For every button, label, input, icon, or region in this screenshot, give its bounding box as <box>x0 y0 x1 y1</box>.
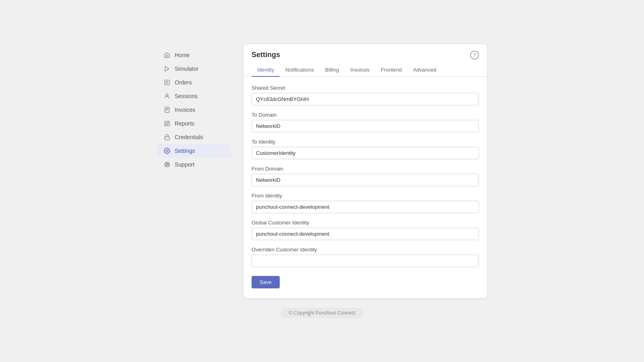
save-button[interactable]: Save <box>252 276 280 288</box>
svg-rect-11 <box>167 121 169 122</box>
label-to-domain: To Domain <box>252 112 479 118</box>
home-icon <box>163 51 171 59</box>
input-shared-secret[interactable] <box>252 93 479 105</box>
invoices-icon <box>163 106 171 113</box>
sidebar-item-orders[interactable]: Orders <box>157 76 231 89</box>
field-group-from-domain: From Domain <box>252 166 479 186</box>
label-from-identity: From Identity <box>252 193 479 199</box>
tab-invoices[interactable]: Invoices <box>345 64 375 77</box>
svg-rect-10 <box>165 121 167 123</box>
svg-point-5 <box>166 94 168 96</box>
svg-point-15 <box>166 150 168 152</box>
field-group-to-domain: To Domain <box>252 112 479 132</box>
tab-notifications[interactable]: Notifications <box>280 64 320 77</box>
footer: © Copyright Punchout Connect <box>157 308 487 318</box>
app-container: Home Simulator Orders <box>157 44 487 298</box>
sidebar-label-orders: Orders <box>175 79 192 86</box>
tab-billing[interactable]: Billing <box>320 64 345 77</box>
sidebar-item-sessions[interactable]: Sessions <box>157 89 231 103</box>
sidebar-item-support[interactable]: Support <box>157 158 231 171</box>
label-shared-secret: Shared Secret <box>252 85 479 91</box>
settings-header: Settings ? <box>244 44 487 64</box>
sidebar-label-simulator: Simulator <box>175 66 198 72</box>
orders-icon <box>163 79 171 86</box>
tab-frontend[interactable]: Frontend <box>375 64 407 77</box>
input-to-domain[interactable] <box>252 120 479 132</box>
form-body: Shared Secret To Domain To Identity <box>244 77 487 298</box>
sidebar-label-credentials: Credentials <box>175 134 203 140</box>
label-global-customer-identity: Global Customer Identity <box>252 220 479 226</box>
sidebar: Home Simulator Orders <box>157 44 231 175</box>
sidebar-item-simulator[interactable]: Simulator <box>157 62 231 76</box>
field-group-global-customer-identity: Global Customer Identity <box>252 220 479 240</box>
settings-card: Settings ? Identity Notifications Billin… <box>244 44 487 298</box>
input-overriden-customer-identity[interactable] <box>252 255 479 267</box>
input-global-customer-identity[interactable] <box>252 228 479 240</box>
support-icon <box>163 161 171 168</box>
sidebar-item-home[interactable]: Home <box>157 48 231 62</box>
tab-advanced[interactable]: Advanced <box>407 64 442 77</box>
svg-marker-0 <box>165 66 169 71</box>
field-group-shared-secret: Shared Secret <box>252 85 479 105</box>
sidebar-label-sessions: Sessions <box>175 93 198 99</box>
page-wrapper: Home Simulator Orders <box>0 0 644 362</box>
label-to-identity: To Identity <box>252 139 479 145</box>
sidebar-label-invoices: Invoices <box>175 107 195 113</box>
input-to-identity[interactable] <box>252 147 479 159</box>
sidebar-label-settings: Settings <box>175 148 195 154</box>
svg-rect-6 <box>165 107 169 112</box>
tabs-bar: Identity Notifications Billing Invoices … <box>244 64 487 77</box>
label-overriden-customer-identity: Overriden Customer Identity <box>252 247 479 253</box>
main-content: Settings ? Identity Notifications Billin… <box>231 44 487 298</box>
sidebar-label-reports: Reports <box>175 120 194 127</box>
reports-icon <box>163 120 171 127</box>
sidebar-item-credentials[interactable]: Credentials <box>157 130 231 144</box>
svg-rect-12 <box>167 123 169 126</box>
sidebar-item-invoices[interactable]: Invoices <box>157 103 231 117</box>
field-group-overriden-customer-identity: Overriden Customer Identity <box>252 247 479 267</box>
svg-rect-13 <box>165 124 167 125</box>
sessions-icon <box>163 93 171 100</box>
credentials-icon <box>163 134 171 141</box>
input-from-identity[interactable] <box>252 201 479 213</box>
sidebar-label-support: Support <box>175 161 194 168</box>
tab-identity[interactable]: Identity <box>252 64 280 77</box>
field-group-to-identity: To Identity <box>252 139 479 159</box>
sidebar-item-settings[interactable]: Settings <box>157 144 231 158</box>
settings-icon <box>163 147 171 154</box>
input-from-domain[interactable] <box>252 174 479 186</box>
footer-text: © Copyright Punchout Connect <box>281 308 363 318</box>
sidebar-label-home: Home <box>175 52 190 58</box>
field-group-from-identity: From Identity <box>252 193 479 213</box>
label-from-domain: From Domain <box>252 166 479 172</box>
page-title: Settings <box>252 51 280 59</box>
svg-rect-14 <box>165 137 169 140</box>
help-icon[interactable]: ? <box>470 51 479 60</box>
sidebar-item-reports[interactable]: Reports <box>157 117 231 130</box>
simulator-icon <box>163 65 171 72</box>
